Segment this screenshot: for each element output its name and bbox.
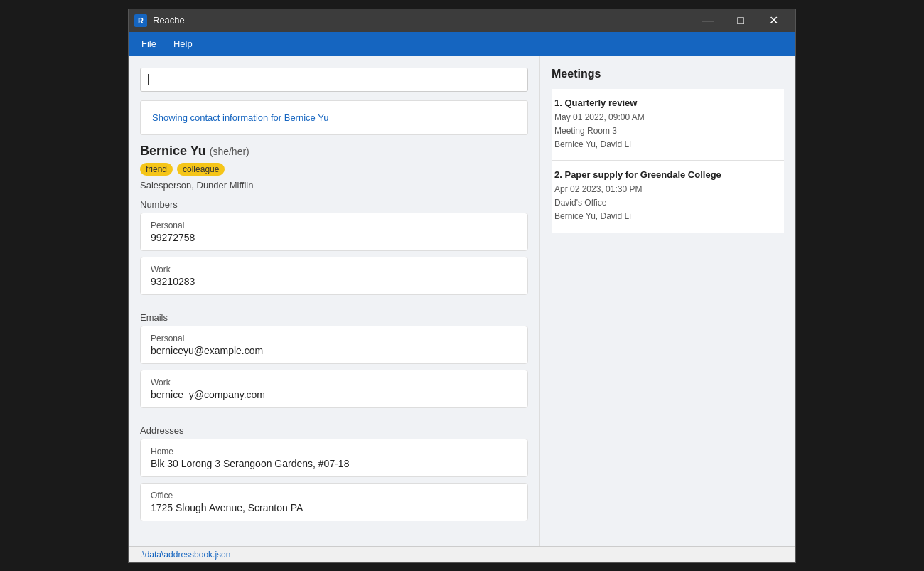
banner-highlight: Bernice Yu [284,112,329,123]
number-work-value: 93210283 [151,276,517,287]
status-bar: .\data\addressbook.json [129,546,795,562]
meeting-2-attendees: Bernice Yu, David Li [554,210,781,223]
email-personal-value: berniceyu@example.com [151,345,517,356]
number-work-type: Work [151,265,517,274]
window-controls: — □ ✕ [692,9,790,32]
meeting-2: 2. Paper supply for Greendale College Ap… [552,161,784,233]
email-work-type: Work [151,378,517,388]
addresses-label: Addresses [140,425,528,436]
contact-tags: friend colleague [140,163,528,176]
left-panel: Showing contact information for Bernice … [129,56,539,546]
meeting-1-location: Meeting Room 3 [554,124,781,138]
address-office-value: 1725 Slough Avenue, Scranton PA [151,502,517,513]
maximize-button[interactable]: □ [724,9,757,32]
app-icon: R [134,14,147,27]
email-personal-card: Personal berniceyu@example.com [140,326,528,364]
emails-section: Emails Personal berniceyu@example.com Wo… [140,312,528,414]
address-office-type: Office [151,491,517,501]
emails-label: Emails [140,312,528,323]
window-title: Reache [153,15,686,26]
number-personal-type: Personal [151,220,517,230]
banner-text-prefix: Showing contact information for [152,112,284,123]
email-work-card: Work bernice_y@company.com [140,370,528,408]
menu-file[interactable]: File [134,36,163,52]
addresses-section: Addresses Home Blk 30 Lorong 3 Serangoon… [140,425,528,527]
number-personal-value: 99272758 [151,232,517,243]
meeting-2-date: Apr 02 2023, 01:30 PM [554,183,781,196]
right-panel: Meetings 1. Quarterly review May 01 2022… [539,56,795,546]
meetings-title: Meetings [552,68,784,80]
menu-help[interactable]: Help [166,36,200,52]
search-container[interactable] [140,68,528,92]
numbers-section: Numbers Personal 99272758 Work 93210283 [140,199,528,301]
meeting-2-location: David's Office [554,196,781,210]
contact-pronouns: (she/her) [210,146,249,157]
status-path: .\data\addressbook.json [140,550,230,560]
app-window: R Reache — □ ✕ File Help Showing contact… [128,9,796,563]
meeting-2-title: 2. Paper supply for Greendale College [554,169,781,180]
number-personal-card: Personal 99272758 [140,213,528,251]
address-home-value: Blk 30 Lorong 3 Serangoon Gardens, #07-1… [151,458,517,469]
numbers-label: Numbers [140,199,528,210]
tag-colleague: colleague [177,163,225,176]
address-home-card: Home Blk 30 Lorong 3 Serangoon Gardens, … [140,439,528,477]
title-bar: R Reache — □ ✕ [129,9,795,32]
tag-friend: friend [140,163,173,176]
contact-info: Bernice Yu (she/her) friend colleague Sa… [140,144,528,191]
address-office-card: Office 1725 Slough Avenue, Scranton PA [140,483,528,521]
contact-job: Salesperson, Dunder Mifflin [140,180,528,191]
minimize-button[interactable]: — [692,9,724,32]
close-button[interactable]: ✕ [757,9,790,32]
info-banner: Showing contact information for Bernice … [140,100,528,136]
meeting-1: 1. Quarterly review May 01 2022, 09:00 A… [552,89,784,161]
address-home-type: Home [151,447,517,457]
contact-name: Bernice Yu (she/her) [140,144,528,159]
email-personal-type: Personal [151,333,517,343]
search-input[interactable] [149,74,520,85]
meeting-1-title: 1. Quarterly review [554,97,781,108]
meeting-1-date: May 01 2022, 09:00 AM [554,111,781,124]
content-area: Showing contact information for Bernice … [129,56,795,546]
menu-bar: File Help [129,32,795,56]
number-work-card: Work 93210283 [140,257,528,295]
email-work-value: bernice_y@company.com [151,389,517,400]
meeting-1-attendees: Bernice Yu, David Li [554,138,781,151]
